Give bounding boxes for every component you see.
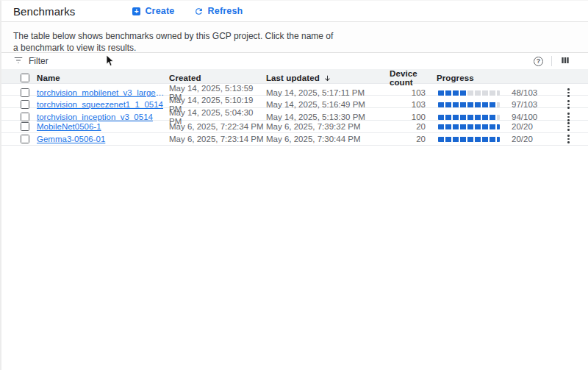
benchmark-name-link[interactable]: MobileNet0506-1 [37,122,166,131]
row-checkbox-cell [13,88,37,97]
progress-bar-fill [438,115,496,120]
kebab-menu-icon[interactable] [564,88,573,98]
table-body: torchvision_mobilenet_v3_large_0514May 1… [1,83,588,146]
progress-bar [438,90,500,96]
row-actions-cell [562,134,588,144]
benchmark-name-link[interactable]: torchvision_mobilenet_v3_large_0514 [37,88,166,97]
progress-bar-fill [438,137,500,142]
progress-cell: 94/100 [437,113,562,121]
benchmarks-table-card: Filter ? Name Created Last updated Devic… [1,52,588,146]
benchmark-name-cell: torchvision_mobilenet_v3_large_0514 [37,88,169,97]
device-count-cell: 20 [390,135,437,143]
device-count-cell: 103 [390,100,437,109]
create-button-label: Create [145,6,174,16]
last-updated-cell: May 6, 2025, 7:39:32 PM [266,122,390,131]
last-updated-cell: May 14, 2025, 5:13:30 PM [266,113,390,121]
row-checkbox[interactable] [21,122,29,131]
device-count-cell: 103 [390,88,437,97]
progress-cell: 20/20 [437,135,562,143]
column-header-created[interactable]: Created [169,74,266,82]
column-header-last-updated[interactable]: Last updated [266,74,390,82]
benchmark-name-link[interactable]: Gemma3-0506-01 [37,135,166,143]
benchmark-name-link[interactable]: torchvision_squeezenet1_1_0514 [37,100,166,109]
help-button[interactable]: ? [534,57,543,66]
table-toolbar: Filter ? [1,53,588,69]
benchmark-name-cell: Gemma3-0506-01 [37,135,169,143]
filter-button[interactable]: Filter [13,55,49,68]
kebab-menu-icon[interactable] [564,112,573,122]
device-count-cell: 100 [390,113,437,121]
refresh-button-label: Refresh [208,6,243,16]
create-button[interactable]: + Create [132,6,174,16]
refresh-icon [194,7,204,16]
column-display-options-button[interactable] [560,55,570,68]
device-count-cell: 20 [390,122,437,131]
column-header-name[interactable]: Name [37,74,169,82]
created-cell: May 6, 2025, 7:22:34 PM [169,122,266,131]
last-updated-cell: May 14, 2025, 5:17:11 PM [266,88,390,97]
row-checkbox[interactable] [21,100,29,109]
row-checkbox-cell [13,122,37,131]
row-checkbox-cell [13,135,37,143]
row-checkbox-cell [13,100,37,109]
row-actions-cell [562,121,588,132]
row-actions-cell [562,112,588,122]
refresh-button[interactable]: Refresh [194,6,243,16]
progress-label: 94/100 [512,113,537,121]
progress-bar [438,137,500,142]
progress-label: 48/103 [512,88,537,97]
progress-label: 20/20 [512,135,533,143]
progress-cell: 97/103 [437,100,562,109]
progress-bar [438,124,500,129]
last-updated-cell: May 14, 2025, 5:16:49 PM [266,100,390,109]
table-row: torchvision_mobilenet_v3_large_0514May 1… [1,83,588,96]
plus-square-icon: + [132,7,140,15]
row-actions-cell [562,88,588,98]
select-all-checkbox[interactable] [21,74,29,82]
kebab-menu-icon[interactable] [564,121,573,132]
row-checkbox-cell [13,113,37,121]
description-line-1: The table below shows benchmarks owned b… [13,30,576,42]
row-checkbox[interactable] [21,113,29,121]
arrow-down-icon [323,74,331,82]
progress-label: 20/20 [512,122,533,131]
filter-list-icon [13,55,24,68]
kebab-menu-icon[interactable] [564,99,573,110]
benchmark-name-link[interactable]: torchvision_inception_v3_0514 [37,113,166,121]
column-header-progress[interactable]: Progress [437,74,562,82]
row-checkbox[interactable] [21,135,29,143]
column-header-last-updated-label: Last updated [266,74,320,82]
toolbar-divider [551,56,552,66]
table-row: MobileNet0506-1May 6, 2025, 7:22:34 PMMa… [1,121,588,133]
last-updated-cell: May 6, 2025, 7:30:44 PM [266,135,390,143]
progress-bar-fill [438,90,467,96]
created-cell: May 6, 2025, 7:23:14 PM [169,135,266,143]
column-display-icon [560,55,570,68]
progress-bar [438,115,500,120]
progress-cell: 48/103 [437,88,562,97]
progress-bar-fill [438,124,500,129]
row-actions-cell [562,99,588,110]
row-checkbox[interactable] [21,88,29,97]
table-row: torchvision_squeezenet1_1_0514May 14, 20… [1,96,588,108]
table-row: torchvision_inception_v3_0514May 14, 202… [1,108,588,121]
column-header-device-count[interactable]: Device count [390,69,437,87]
table-header-row: Name Created Last updated Device count P… [1,69,588,83]
progress-bar-fill [438,102,496,107]
page-title: Benchmarks [13,5,75,18]
progress-bar [438,102,500,107]
benchmark-name-cell: torchvision_squeezenet1_1_0514 [37,100,169,109]
page-description: The table below shows benchmarks owned b… [1,22,588,52]
progress-label: 97/103 [512,100,537,109]
progress-cell: 20/20 [437,122,562,131]
filter-button-label: Filter [29,56,49,66]
app-bar: Benchmarks + Create Refresh [1,1,588,22]
kebab-menu-icon[interactable] [564,134,573,144]
help-circle-icon: ? [534,57,543,66]
select-all-cell [13,74,37,82]
benchmark-name-cell: torchvision_inception_v3_0514 [37,113,169,121]
table-row: Gemma3-0506-01May 6, 2025, 7:23:14 PMMay… [1,133,588,146]
benchmark-name-cell: MobileNet0506-1 [37,122,169,131]
